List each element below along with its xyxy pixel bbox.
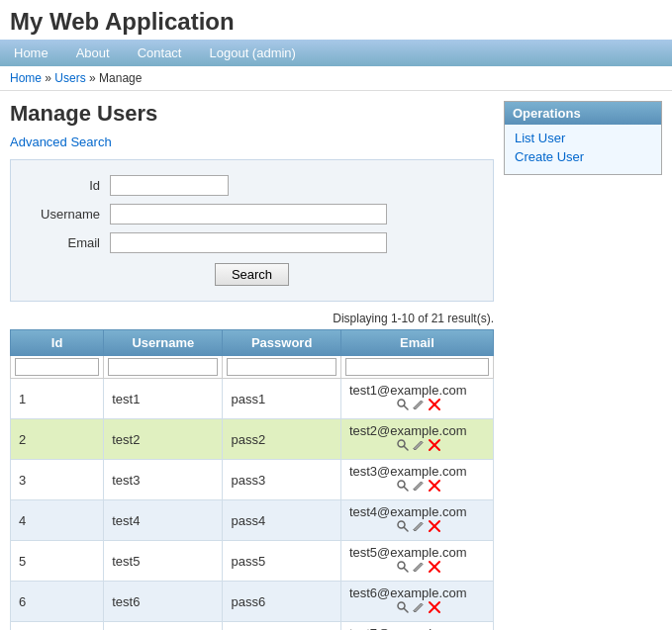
cell-email: test2@example.com	[340, 419, 493, 460]
filter-id[interactable]	[15, 358, 99, 376]
svg-line-5	[405, 446, 409, 450]
cell-password: pass1	[223, 379, 340, 419]
delete-icon[interactable]	[428, 519, 441, 536]
cell-username: test7	[104, 622, 223, 631]
cell-password: pass7	[223, 622, 340, 631]
search-button[interactable]: Search	[215, 263, 289, 286]
col-password[interactable]: Password	[223, 330, 340, 356]
search-icon[interactable]	[396, 600, 410, 617]
breadcrumb-home[interactable]: Home	[10, 71, 42, 85]
search-icon[interactable]	[396, 519, 410, 536]
table-body: 1test1pass1test1@example.com2test2pass2t…	[11, 379, 494, 631]
email-label: Email	[31, 235, 110, 250]
filter-password[interactable]	[227, 358, 336, 376]
app-title: My Web Application	[0, 0, 672, 40]
delete-icon[interactable]	[428, 438, 441, 455]
delete-icon[interactable]	[428, 398, 441, 414]
search-icon[interactable]	[396, 560, 410, 577]
search-icon[interactable]	[396, 479, 410, 495]
results-info: Displaying 1-10 of 21 result(s).	[10, 312, 494, 325]
cell-id: 7	[11, 622, 104, 631]
edit-icon[interactable]	[412, 398, 426, 414]
edit-icon[interactable]	[412, 479, 426, 495]
cell-id: 5	[11, 541, 104, 582]
cell-username: test4	[104, 500, 223, 541]
col-username[interactable]: Username	[104, 330, 223, 356]
cell-password: pass5	[223, 541, 340, 582]
delete-icon[interactable]	[428, 560, 441, 577]
breadcrumb-users[interactable]: Users	[54, 71, 85, 85]
email-input[interactable]	[110, 232, 387, 253]
cell-id: 4	[11, 500, 104, 541]
filter-email[interactable]	[345, 358, 489, 376]
search-btn-row: Search	[31, 263, 473, 286]
search-icon[interactable]	[396, 438, 410, 455]
table-header-row: Id Username Password Email	[11, 330, 494, 356]
table-row: 1test1pass1test1@example.com	[11, 379, 494, 419]
cell-email: test4@example.com	[340, 500, 493, 541]
nav-home[interactable]: Home	[0, 40, 62, 66]
list-user-link[interactable]: List User	[515, 131, 651, 145]
cell-username: test2	[104, 419, 223, 460]
delete-icon[interactable]	[428, 600, 441, 617]
cell-password: pass4	[223, 500, 340, 541]
cell-password: pass6	[223, 582, 340, 622]
svg-line-13	[405, 527, 409, 531]
svg-line-21	[405, 608, 409, 612]
table-filter-row	[11, 356, 494, 379]
cell-email: test3@example.com	[340, 460, 493, 500]
col-email[interactable]: Email	[340, 330, 493, 356]
filter-username[interactable]	[108, 358, 218, 376]
cell-email: test6@example.com	[340, 582, 493, 622]
cell-email: test1@example.com	[340, 379, 493, 419]
table-row: 2test2pass2test2@example.com	[11, 419, 494, 460]
sidebar-ops-header: Operations	[505, 102, 661, 125]
sidebar: Operations List User Create User	[504, 101, 662, 630]
edit-icon[interactable]	[412, 438, 426, 455]
breadcrumb-current: Manage	[99, 71, 142, 85]
main-layout: Manage Users Advanced Search Id Username…	[0, 91, 672, 630]
table-row: 7test7pass7test7@example.com	[11, 622, 494, 631]
table-row: 4test4pass4test4@example.com	[11, 500, 494, 541]
nav-contact[interactable]: Contact	[124, 40, 196, 66]
table-row: 5test5pass5test5@example.com	[11, 541, 494, 582]
cell-id: 3	[11, 460, 104, 500]
edit-icon[interactable]	[412, 560, 426, 577]
edit-icon[interactable]	[412, 519, 426, 536]
advanced-search-link[interactable]: Advanced Search	[10, 135, 112, 149]
cell-id: 2	[11, 419, 104, 460]
breadcrumb: Home » Users » Manage	[0, 66, 672, 91]
nav-logout[interactable]: Logout (admin)	[195, 40, 309, 66]
delete-icon[interactable]	[428, 479, 441, 495]
svg-line-1	[405, 405, 409, 409]
cell-password: pass2	[223, 419, 340, 460]
id-input[interactable]	[110, 175, 229, 196]
col-id[interactable]: Id	[11, 330, 104, 356]
cell-username: test6	[104, 582, 223, 622]
nav-about[interactable]: About	[62, 40, 124, 66]
data-table: Id Username Password Email 1test1pass1te…	[10, 329, 494, 630]
content-area: Manage Users Advanced Search Id Username…	[10, 101, 494, 630]
cell-password: pass3	[223, 460, 340, 500]
cell-username: test5	[104, 541, 223, 582]
cell-email: test7@example.com	[340, 622, 493, 631]
search-icon[interactable]	[396, 398, 410, 414]
id-label: Id	[31, 178, 110, 193]
username-form-row: Username	[31, 204, 473, 225]
cell-username: test1	[104, 379, 223, 419]
username-label: Username	[31, 207, 110, 222]
sidebar-operations: Operations List User Create User	[504, 101, 662, 175]
sidebar-ops-links: List User Create User	[505, 125, 661, 174]
cell-email: test5@example.com	[340, 541, 493, 582]
username-input[interactable]	[110, 204, 387, 225]
email-form-row: Email	[31, 232, 473, 253]
cell-id: 6	[11, 582, 104, 622]
id-form-row: Id	[31, 175, 473, 196]
search-form: Id Username Email Search	[10, 159, 494, 302]
table-row: 6test6pass6test6@example.com	[11, 582, 494, 622]
svg-line-9	[405, 487, 409, 491]
navbar: Home About Contact Logout (admin)	[0, 40, 672, 66]
page-title: Manage Users	[10, 101, 494, 127]
create-user-link[interactable]: Create User	[515, 149, 651, 164]
edit-icon[interactable]	[412, 600, 426, 617]
